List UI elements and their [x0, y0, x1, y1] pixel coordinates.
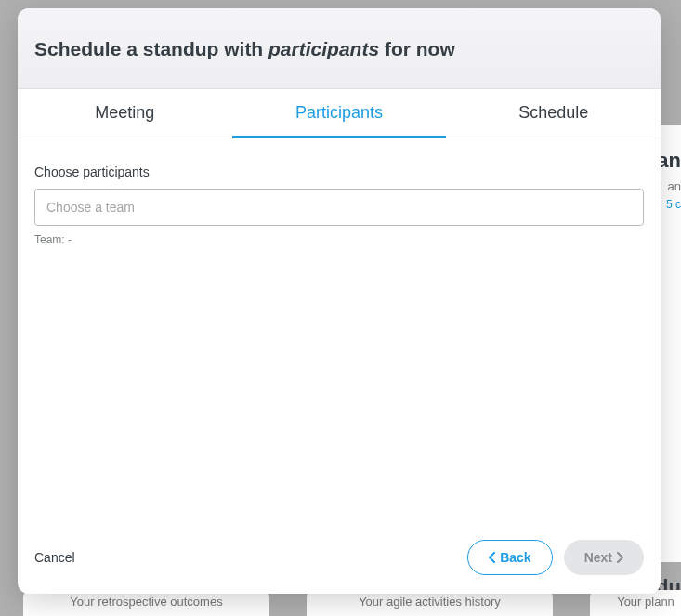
title-pre: Schedule a standup with [34, 38, 268, 59]
bg-subtitle: an [668, 179, 681, 193]
title-emphasis: participants [268, 38, 379, 59]
choose-team-input[interactable] [34, 189, 644, 226]
back-label: Back [500, 550, 530, 565]
modal-footer: Cancel Back Next [18, 527, 661, 594]
next-label: Next [584, 550, 612, 565]
tab-meeting[interactable]: Meeting [18, 89, 232, 138]
bg-card-planning: Your plann [590, 590, 681, 616]
tab-participants[interactable]: Participants [232, 89, 447, 138]
choose-participants-label: Choose participants [34, 164, 644, 179]
bg-link: 5 c [666, 198, 681, 211]
modal-tabs: Meeting Participants Schedule [18, 89, 661, 138]
team-helper-prefix: Team: [34, 233, 68, 246]
modal-title: Schedule a standup with participants for… [34, 38, 644, 60]
team-helper-text: Team: - [34, 233, 644, 246]
modal-header: Schedule a standup with participants for… [18, 8, 661, 89]
next-button[interactable]: Next [564, 540, 644, 575]
back-button[interactable]: Back [467, 540, 552, 575]
bg-card-history: Your agile activities history [307, 590, 553, 616]
schedule-standup-modal: Schedule a standup with participants for… [18, 8, 661, 594]
chevron-right-icon [616, 552, 623, 563]
cancel-button[interactable]: Cancel [34, 550, 75, 565]
bg-heading: an [657, 149, 681, 173]
chevron-left-icon [489, 552, 496, 563]
tab-schedule[interactable]: Schedule [446, 89, 661, 138]
bg-card-retrospective: Your retrospective outcomes [23, 590, 269, 616]
title-post: for now [379, 38, 455, 59]
team-helper-value: - [68, 233, 72, 246]
modal-body: Choose participants Team: - [18, 138, 661, 527]
